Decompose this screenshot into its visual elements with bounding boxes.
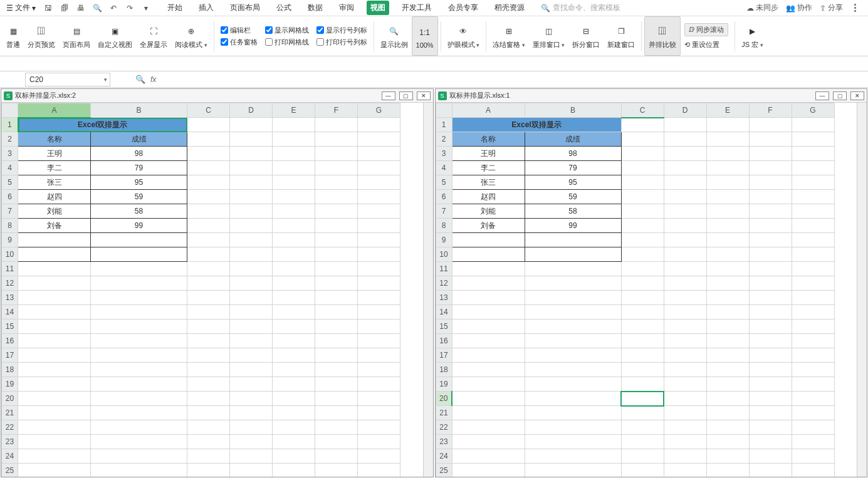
cell-G20[interactable]	[358, 392, 400, 406]
cell-B15[interactable]	[525, 320, 621, 334]
cell-G7[interactable]	[792, 204, 834, 219]
share-button[interactable]: ⇪分享	[820, 3, 843, 13]
cell-D25[interactable]	[664, 464, 706, 477]
cell-A13[interactable]	[452, 291, 525, 305]
row-header-15[interactable]: 15	[2, 320, 18, 334]
cell-G6[interactable]	[358, 190, 400, 204]
row-header-7[interactable]: 7	[436, 204, 452, 219]
cell-G19[interactable]	[792, 377, 834, 392]
cell-B4[interactable]: 79	[91, 161, 187, 175]
cell-D10[interactable]	[664, 247, 706, 262]
cell-D15[interactable]	[664, 320, 706, 334]
cell-G21[interactable]	[358, 406, 400, 420]
chevron-down-icon[interactable]: ▾	[141, 3, 151, 13]
cell-G5[interactable]	[358, 175, 400, 190]
cell-B18[interactable]	[91, 363, 187, 377]
undo-icon[interactable]: ↶	[108, 3, 118, 13]
tab-review[interactable]: 审阅	[335, 1, 358, 15]
cell-A4[interactable]: 李二	[452, 161, 525, 175]
cell-B5[interactable]: 95	[91, 175, 187, 190]
row-header-10[interactable]: 10	[436, 247, 452, 262]
cell-D18[interactable]	[230, 363, 273, 377]
cell-G13[interactable]	[792, 291, 834, 305]
column-header-C[interactable]: C	[621, 103, 664, 118]
cell-A4[interactable]: 李二	[18, 161, 91, 175]
cell-C24[interactable]	[187, 449, 230, 464]
cell-E4[interactable]	[706, 161, 749, 175]
cell-C12[interactable]	[621, 276, 664, 291]
cell-C21[interactable]	[621, 406, 664, 420]
zoom-100-button[interactable]: 1:1 100%	[412, 16, 438, 56]
cell-D13[interactable]	[230, 291, 273, 305]
cell-B10[interactable]	[525, 247, 621, 262]
cell-D21[interactable]	[664, 406, 706, 420]
cell-E7[interactable]	[706, 204, 749, 219]
redo-icon[interactable]: ↷	[125, 3, 135, 13]
cell-B6[interactable]: 59	[525, 190, 621, 204]
cell-G3[interactable]	[358, 147, 400, 161]
cell-B23[interactable]	[525, 435, 621, 449]
chk-headings[interactable]: 显示行号列标	[316, 26, 367, 35]
tab-start[interactable]: 开始	[164, 1, 186, 15]
chk-headings-input[interactable]	[316, 26, 324, 34]
cell-D13[interactable]	[664, 291, 706, 305]
cell-D8[interactable]	[664, 219, 706, 233]
row-header-3[interactable]: 3	[436, 147, 452, 161]
cell-G16[interactable]	[358, 334, 400, 348]
cell-C18[interactable]	[187, 363, 230, 377]
cell-F12[interactable]	[315, 276, 358, 291]
cell-F7[interactable]	[749, 204, 792, 219]
cell-G19[interactable]	[358, 377, 400, 392]
cell-E12[interactable]	[273, 276, 315, 291]
chk-print-headings[interactable]: 打印行号列标	[316, 38, 367, 47]
cell-B24[interactable]	[91, 449, 187, 464]
cell-B19[interactable]	[91, 377, 187, 392]
row-header-2[interactable]: 2	[436, 132, 452, 147]
cell-A16[interactable]	[452, 334, 525, 348]
row-header-15[interactable]: 15	[436, 320, 452, 334]
cell-F5[interactable]	[749, 175, 792, 190]
chevron-down-icon[interactable]: ▾	[104, 76, 107, 83]
cell-A23[interactable]	[452, 435, 525, 449]
cell-D20[interactable]	[230, 392, 273, 406]
window-titlebar-right[interactable]: S 双标并排显示.xlsx:1 — ▢ ✕	[436, 89, 867, 103]
cell-B12[interactable]	[525, 276, 621, 291]
column-header-F[interactable]: F	[749, 103, 792, 118]
cell-F18[interactable]	[315, 363, 358, 377]
cell-B16[interactable]	[525, 334, 621, 348]
row-header-19[interactable]: 19	[436, 377, 452, 392]
cell-E20[interactable]	[706, 392, 749, 406]
cell-D17[interactable]	[664, 348, 706, 363]
cell-E24[interactable]	[706, 449, 749, 464]
cell-A14[interactable]	[18, 305, 91, 320]
row-header-11[interactable]: 11	[436, 262, 452, 276]
row-header-16[interactable]: 16	[2, 334, 18, 348]
cell-B11[interactable]	[525, 262, 621, 276]
collab-button[interactable]: 👥协作	[786, 3, 812, 13]
cell-B20[interactable]	[525, 392, 621, 406]
cell-D14[interactable]	[230, 305, 273, 320]
column-header-B[interactable]: B	[91, 103, 187, 118]
cell-F14[interactable]	[749, 305, 792, 320]
cell-G11[interactable]	[358, 262, 400, 276]
cell-D7[interactable]	[230, 204, 273, 219]
cell-A18[interactable]	[452, 363, 525, 377]
cell-F11[interactable]	[315, 262, 358, 276]
column-header-A[interactable]: A	[18, 103, 91, 118]
file-menu[interactable]: ☰ 文件 ▾	[4, 1, 38, 14]
cell-G7[interactable]	[358, 204, 400, 219]
cell-C16[interactable]	[187, 334, 230, 348]
cell-F10[interactable]	[749, 247, 792, 262]
minimize-button[interactable]: —	[815, 91, 829, 100]
cell-B6[interactable]: 59	[91, 190, 187, 204]
cell-G22[interactable]	[792, 420, 834, 435]
cell-B9[interactable]	[525, 233, 621, 247]
cell-C16[interactable]	[621, 334, 664, 348]
cell-C4[interactable]	[621, 161, 664, 175]
cell-E16[interactable]	[706, 334, 749, 348]
cell-C25[interactable]	[621, 464, 664, 477]
cell-E20[interactable]	[273, 392, 315, 406]
cell-C1[interactable]	[621, 118, 664, 132]
cell-A21[interactable]	[18, 406, 91, 420]
row-header-12[interactable]: 12	[436, 276, 452, 291]
